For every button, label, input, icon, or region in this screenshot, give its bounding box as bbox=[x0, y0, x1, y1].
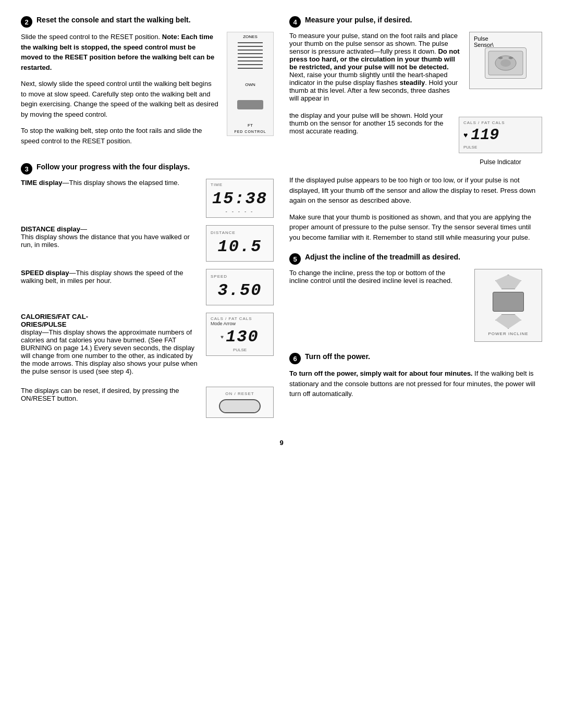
speed-slider bbox=[237, 100, 263, 109]
step2-header: 2 Reset the console and start the walkin… bbox=[21, 16, 274, 28]
step5-text: To change the incline, press the top or … bbox=[289, 269, 466, 289]
svg-point-2 bbox=[500, 59, 511, 67]
speed-ctrl-body: OWN FT bbox=[229, 40, 271, 130]
step2-para1: Slide the speed control to the RESET pos… bbox=[21, 32, 218, 72]
distance-digits: 10.5 bbox=[218, 237, 262, 256]
time-display-text: TIME display—This display shows the elap… bbox=[21, 179, 198, 191]
cals-top-label: CALS / FAT CALS bbox=[211, 316, 252, 321]
calories-display-item: CALORIES/FAT CAL-ORIES/PULSEdisplay—This… bbox=[21, 313, 274, 379]
pulse-ind-label: PULSE bbox=[463, 145, 477, 150]
incline-down-button bbox=[495, 314, 521, 329]
speed-display-item: SPEED display—This display shows the spe… bbox=[21, 269, 274, 305]
left-column: 2 Reset the console and start the walkin… bbox=[21, 16, 274, 428]
pulse-ind-digits: ♥ 119 bbox=[463, 126, 499, 144]
step5-section: 5 Adjust the incline of the treadmill as… bbox=[289, 253, 542, 342]
speed-display-box: SPEED 3.50 bbox=[206, 269, 274, 305]
calories-digits-row: ♥ 130 bbox=[221, 327, 259, 347]
step3-circle: 3 bbox=[21, 163, 32, 175]
step4-content: To measure your pulse, stand on the foot… bbox=[289, 32, 542, 106]
step6-header: 6 Turn off the power. bbox=[289, 352, 542, 364]
distance-box-label: DISTANCE bbox=[211, 230, 236, 235]
step2-text: Slide the speed control to the RESET pos… bbox=[21, 32, 218, 152]
on-reset-text: The displays can be reset, if desired, b… bbox=[21, 387, 198, 406]
calories-digits: 130 bbox=[226, 327, 259, 347]
line2 bbox=[238, 46, 263, 47]
pulse-sensor-inner bbox=[485, 47, 527, 79]
ft-label: FT bbox=[248, 123, 253, 128]
pulse-indicator-box: CALS / FAT CALS ♥ 119 PULSE bbox=[459, 117, 542, 153]
step6-section: 6 Turn off the power. To turn off the po… bbox=[289, 352, 542, 399]
distance-display-box: DISTANCE 10.5 bbox=[206, 225, 274, 262]
feed-control-label: FED CONTROL bbox=[234, 130, 266, 133]
step2-content: Slide the speed control to the RESET pos… bbox=[21, 32, 274, 152]
step2-circle: 2 bbox=[21, 16, 32, 28]
line8 bbox=[238, 68, 263, 69]
time-display-label: TIME display bbox=[21, 179, 62, 187]
step2-title: Reset the console and start the walking … bbox=[36, 16, 191, 24]
step5-header: 5 Adjust the incline of the treadmill as… bbox=[289, 253, 542, 265]
time-display-box: TIME 15:38 - - - - - bbox=[206, 179, 274, 218]
on-reset-section: The displays can be reset, if desired, b… bbox=[21, 387, 274, 418]
step3-header: 3 Follow your progress with the four dis… bbox=[21, 163, 274, 175]
calories-display-label: CALORIES/FAT CAL-ORIES/PULSE bbox=[21, 313, 88, 328]
speed-box-label: SPEED bbox=[211, 274, 227, 279]
step3-section: 3 Follow your progress with the four dis… bbox=[21, 163, 274, 418]
pulse-heart-icon: ♥ bbox=[463, 131, 468, 139]
time-dashes: - - - - - bbox=[226, 208, 254, 214]
line3 bbox=[238, 50, 263, 51]
on-reset-para: The displays can be reset, if desired, b… bbox=[21, 387, 198, 402]
step4-para3: If the displayed pulse appears to be too… bbox=[289, 175, 542, 206]
pulse-indicator-caption: Pulse Indicator bbox=[459, 158, 542, 166]
right-column: 4 Measure your pulse, if desired. To mea… bbox=[289, 16, 542, 428]
step6-bold: To turn off the power, simply wait for a… bbox=[289, 369, 472, 377]
power-incline-image: POWER INCLINE bbox=[474, 269, 542, 342]
step4-header: 4 Measure your pulse, if desired. bbox=[289, 16, 542, 28]
on-reset-button-shape bbox=[219, 399, 261, 413]
pulse-indicator-container: CALS / FAT CALS ♥ 119 PULSE Pulse Indica… bbox=[459, 112, 542, 171]
time-box-label: TIME bbox=[211, 182, 223, 187]
calories-display-suffix: display—This display shows the approxima… bbox=[21, 328, 198, 375]
speed-digits: 3.50 bbox=[218, 281, 262, 300]
step2-para3: To stop the walking belt, step onto the … bbox=[21, 126, 218, 146]
on-reset-label: ON / RESET bbox=[225, 391, 254, 396]
heart-icon: ♥ bbox=[221, 334, 224, 340]
distance-display-text: DISTANCE display—This display shows the … bbox=[21, 225, 198, 253]
pulse-ind-number: 119 bbox=[471, 126, 499, 144]
line6 bbox=[238, 60, 263, 61]
step3-title: Follow your progress with the four displ… bbox=[36, 163, 190, 171]
step4-para1-continued: the display and your pulse will be shown… bbox=[289, 112, 450, 135]
step4-para1-cont: the display and your pulse will be shown… bbox=[289, 112, 450, 139]
time-display-item: TIME display—This display shows the elap… bbox=[21, 179, 274, 218]
step4-circle: 4 bbox=[289, 16, 301, 28]
step2-section: 2 Reset the console and start the walkin… bbox=[21, 16, 274, 152]
power-incline-label: POWER INCLINE bbox=[488, 331, 528, 336]
step2-para2: Next, slowly slide the speed control unt… bbox=[21, 79, 218, 119]
speed-control-image: ZONES OWN bbox=[227, 32, 274, 136]
pulse-indicator-row: the display and your pulse will be shown… bbox=[289, 112, 542, 171]
step5-para1: To change the incline, press the top or … bbox=[289, 269, 466, 285]
incline-center bbox=[493, 292, 524, 312]
speed-display-label: SPEED display bbox=[21, 269, 69, 277]
mode-arrow-label: Mode Arrow bbox=[211, 321, 236, 326]
calories-display-text: CALORIES/FAT CAL-ORIES/PULSEdisplay—This… bbox=[21, 313, 198, 379]
line5 bbox=[238, 57, 263, 58]
step6-circle: 6 bbox=[289, 353, 301, 364]
speed-display-text: SPEED display—This display shows the spe… bbox=[21, 269, 198, 289]
own-label: OWN bbox=[245, 82, 255, 87]
distance-display-item: DISTANCE display—This display shows the … bbox=[21, 225, 274, 262]
pulse-sensor-svg bbox=[487, 50, 524, 76]
step5-content: To change the incline, press the top or … bbox=[289, 269, 542, 342]
step4-para4: Make sure that your thumb is positioned … bbox=[289, 212, 542, 243]
calories-pulse-label: PULSE bbox=[233, 348, 247, 352]
step5-circle: 5 bbox=[289, 253, 301, 265]
distance-display-label: DISTANCE display bbox=[21, 225, 80, 233]
incline-up-button bbox=[495, 275, 521, 289]
pulse-sensor-label: PulseSensor\ bbox=[474, 35, 494, 48]
step4-text: To measure your pulse, stand on the foot… bbox=[289, 32, 461, 106]
line4 bbox=[238, 53, 263, 54]
page-number: 9 bbox=[21, 439, 542, 447]
speed-ctrl-lines bbox=[238, 42, 263, 69]
step5-title: Adjust the incline of the treadmill as d… bbox=[305, 253, 460, 261]
line1 bbox=[238, 42, 263, 43]
zones-label: ZONES bbox=[243, 34, 258, 39]
